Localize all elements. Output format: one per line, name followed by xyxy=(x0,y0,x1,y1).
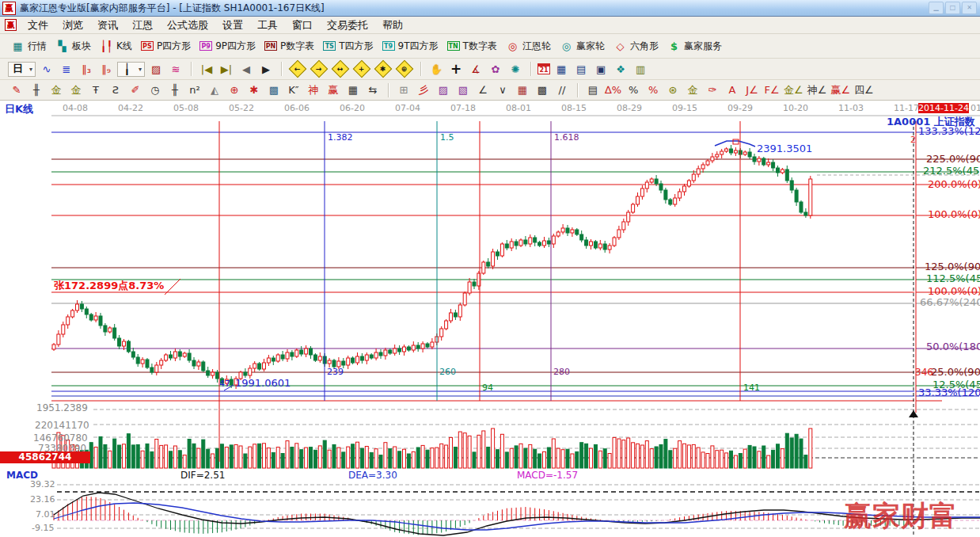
spiral-pattern-tool[interactable]: ✺ xyxy=(507,61,524,77)
shen-angle-tool[interactable]: 神∠ xyxy=(807,82,828,98)
maximize-button[interactable]: □ xyxy=(945,2,960,14)
kline-chart-area[interactable] xyxy=(0,101,980,537)
four-angle-tool[interactable]: 四∠ xyxy=(853,82,875,98)
pencil-measure-tool[interactable]: ✐ xyxy=(127,82,144,98)
minimize-button[interactable]: ▁ xyxy=(929,2,944,14)
stats-table-tool[interactable]: ▤ xyxy=(584,82,602,98)
close-button[interactable]: ✕ xyxy=(962,2,977,14)
t-square-button[interactable]: TST四方形 xyxy=(320,39,376,54)
menu-help[interactable]: 帮助 xyxy=(375,17,410,34)
red-grid-tool[interactable]: ▦ xyxy=(514,82,531,98)
gann-wheel-button[interactable]: ◎江恩轮 xyxy=(503,39,554,54)
shaded-box-tool-2[interactable]: ▧ xyxy=(454,82,472,98)
menu-file[interactable]: 文件 xyxy=(21,17,55,34)
winner-wheel-button[interactable]: ◎赢家轮 xyxy=(556,39,608,54)
sectors-button[interactable]: ▚板块 xyxy=(52,39,94,54)
span-arrows-tool[interactable]: ⇆ xyxy=(364,82,382,98)
a-wave-tool[interactable]: A xyxy=(724,82,741,98)
n-square-tool[interactable]: n² xyxy=(186,82,203,98)
fan-lines-tool[interactable]: 彡 xyxy=(415,82,432,98)
menu-news[interactable]: 资讯 xyxy=(90,17,125,34)
memo-button[interactable]: ▤ xyxy=(572,61,590,77)
gold-ruler-tool-2[interactable]: 金 xyxy=(67,82,85,98)
menu-gann[interactable]: 江恩 xyxy=(125,17,160,34)
shift-right-button[interactable]: → xyxy=(310,60,329,78)
angle-measure-tool[interactable]: ∡ xyxy=(467,61,484,77)
f-ruler-tool[interactable]: Ŧ xyxy=(87,82,104,98)
j-angle-tool[interactable]: J∠ xyxy=(743,82,761,98)
nav-next-button[interactable]: ▶ xyxy=(257,61,275,77)
menu-trade-order[interactable]: 交易委托 xyxy=(320,17,375,34)
scale-1951: 1951.2389 xyxy=(36,403,88,413)
p-square-button[interactable]: PSP四方形 xyxy=(138,39,194,54)
gold-ruler-tool-1[interactable]: 金 xyxy=(47,82,65,98)
three-bar-chart-icon[interactable]: ‖₃ xyxy=(78,61,95,77)
web-grid-tool[interactable]: ▩ xyxy=(265,82,283,98)
ying-angle-tool[interactable]: 赢∠ xyxy=(830,82,851,98)
kline-button[interactable]: ╽╿K线 xyxy=(97,39,135,54)
calendar-button[interactable]: 21 xyxy=(537,63,550,74)
v-lines-tool[interactable]: ∨ xyxy=(494,82,511,98)
brush-tool[interactable]: ✎ xyxy=(8,82,25,98)
shaded-box-tool-1[interactable]: ▨ xyxy=(435,82,452,98)
nav-last-button[interactable]: ▶| xyxy=(218,61,235,77)
hand-pan-tool[interactable]: ✋ xyxy=(427,61,445,77)
expand-all-button[interactable]: ✱ xyxy=(374,60,393,78)
p-number-table-button[interactable]: PNP数字表 xyxy=(261,39,317,54)
k-mark-tool[interactable]: K″ xyxy=(285,82,302,98)
quotes-button[interactable]: ▦行情 xyxy=(8,39,50,54)
volume-distribution-icon[interactable]: ≋ xyxy=(167,61,184,77)
trend-line-chart-icon[interactable]: ∿ xyxy=(38,61,55,77)
circle-cross-tool[interactable]: ⊕ xyxy=(226,82,243,98)
calculator-button[interactable]: ▦ xyxy=(553,61,570,77)
red-grid-pattern-icon[interactable]: ▨ xyxy=(147,61,165,77)
expand-horizontal-button[interactable]: ↔ xyxy=(332,60,350,78)
spiral-ruler-tool[interactable]: Ƨ xyxy=(107,82,124,98)
parallel-lines-tool[interactable]: // xyxy=(553,82,571,98)
tick-scale-tool[interactable]: ╫ xyxy=(166,82,184,98)
delta-percent-tool[interactable]: ∆% xyxy=(604,82,622,98)
remote-assist-button[interactable]: ▥ xyxy=(632,61,649,77)
p9-square-button[interactable]: P99P四方形 xyxy=(196,39,259,54)
nav-prev-button[interactable]: ◀ xyxy=(237,61,255,77)
gold-level-tool[interactable]: 金 xyxy=(684,82,701,98)
center-view-button[interactable]: ⊕ xyxy=(396,60,414,78)
star-web-tool[interactable]: ✱ xyxy=(245,82,263,98)
gann-circle-tool[interactable]: ◷ xyxy=(146,82,164,98)
menu-settings[interactable]: 设置 xyxy=(215,17,250,34)
shen-ruler-tool[interactable]: 神 xyxy=(305,82,322,98)
shift-left-button[interactable]: ← xyxy=(289,60,307,78)
tick-ruler-tool[interactable]: ╫ xyxy=(28,82,45,98)
ying-ruler-tool[interactable]: 赢 xyxy=(325,82,342,98)
gold-circle-tool[interactable]: ⊛ xyxy=(664,82,682,98)
save-button[interactable]: ▣ xyxy=(592,61,610,77)
crosshair-tool[interactable]: + xyxy=(447,61,465,77)
ink-pen-tool[interactable]: ✑ xyxy=(704,82,721,98)
nav-first-button[interactable]: |◀ xyxy=(198,61,215,77)
percent-tool[interactable]: % xyxy=(625,82,642,98)
t9-square-button[interactable]: T99T四方形 xyxy=(379,39,442,54)
flower-pattern-tool[interactable]: ✿ xyxy=(487,61,504,77)
compress-view-button[interactable]: + xyxy=(353,60,371,78)
nine-bar-chart-icon[interactable]: ‖₉ xyxy=(97,61,115,77)
angle-lines-tool[interactable]: ∠ xyxy=(474,82,492,98)
network-sync-button[interactable]: ❖ xyxy=(612,61,629,77)
menu-tools[interactable]: 工具 xyxy=(250,17,285,34)
frame-tool[interactable]: ⊞ xyxy=(395,82,412,98)
info-panel-icon[interactable]: ≣ xyxy=(58,61,75,77)
date-tick: 09-15 xyxy=(672,104,697,113)
percent-line-tool[interactable]: % xyxy=(644,82,662,98)
gold-angle-tool[interactable]: 金∠ xyxy=(783,82,804,98)
winner-service-button[interactable]: $赢家服务 xyxy=(664,39,725,54)
candle-style-dropdown[interactable]: ╽▾ xyxy=(117,62,145,77)
angle-shape-tool[interactable]: ◭ xyxy=(206,82,223,98)
black-grid-tool[interactable]: ▩ xyxy=(534,82,551,98)
hexagon-button[interactable]: ◇六角形 xyxy=(610,39,662,54)
period-dropdown[interactable]: 日▾ xyxy=(8,62,36,77)
menu-browse[interactable]: 浏览 xyxy=(55,17,90,34)
menu-window[interactable]: 窗口 xyxy=(285,17,320,34)
menu-formula-stock-pick[interactable]: 公式选股 xyxy=(160,17,215,34)
f-angle-tool[interactable]: F∠ xyxy=(763,82,781,98)
t-number-table-button[interactable]: TNT数字表 xyxy=(444,39,500,54)
grid-123-tool[interactable]: ▦ xyxy=(344,82,362,98)
